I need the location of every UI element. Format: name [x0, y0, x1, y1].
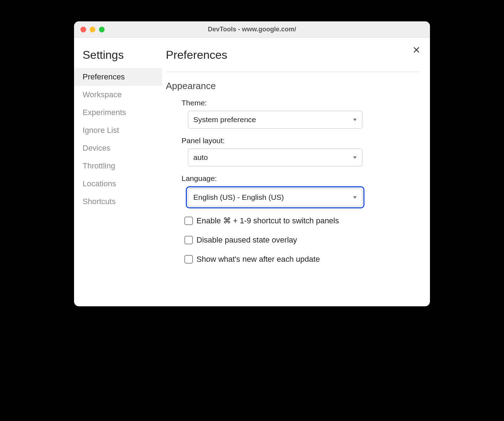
close-settings-button[interactable]	[411, 45, 421, 55]
sidebar-item-label: Locations	[83, 179, 116, 188]
language-select[interactable]: English (US) - English (US)	[188, 188, 362, 206]
sidebar-item-preferences[interactable]: Preferences	[74, 68, 162, 86]
checkbox-icon	[184, 217, 193, 225]
content-area: Settings Preferences Workspace Experimen…	[74, 38, 430, 306]
sidebar-item-label: Shortcuts	[83, 197, 116, 206]
checkbox-icon	[184, 236, 193, 244]
checkbox-show-whats-new[interactable]: Show what's new after each update	[184, 255, 416, 264]
sidebar-item-label: Experiments	[83, 108, 126, 117]
language-field: Language: English (US) - English (US)	[182, 174, 416, 208]
sidebar-item-locations[interactable]: Locations	[74, 175, 162, 193]
sidebar-item-label: Ignore List	[83, 126, 119, 135]
sidebar-item-shortcuts[interactable]: Shortcuts	[74, 193, 162, 210]
devtools-window: DevTools - www.google.com/ Settings Pref…	[74, 21, 430, 306]
main-panel: Preferences Appearance Theme: System pre…	[162, 38, 430, 306]
window-title: DevTools - www.google.com/	[74, 26, 430, 33]
titlebar: DevTools - www.google.com/	[74, 21, 430, 38]
sidebar-item-devices[interactable]: Devices	[74, 139, 162, 157]
checkbox-enable-shortcut[interactable]: Enable ⌘ + 1-9 shortcut to switch panels	[184, 216, 416, 225]
traffic-lights	[74, 27, 105, 32]
theme-select-wrap: System preference	[188, 111, 362, 129]
sidebar-item-label: Devices	[83, 144, 110, 152]
panel-layout-select-wrap: auto	[188, 149, 362, 166]
sidebar-item-workspace[interactable]: Workspace	[74, 86, 162, 104]
panel-layout-field: Panel layout: auto	[182, 136, 416, 166]
window-minimize-button[interactable]	[90, 27, 95, 32]
sidebar-item-experiments[interactable]: Experiments	[74, 104, 162, 121]
sidebar-item-label: Throttling	[83, 161, 115, 170]
theme-select-value: System preference	[193, 115, 256, 124]
checkbox-label: Show what's new after each update	[196, 255, 320, 264]
sidebar-item-ignore-list[interactable]: Ignore List	[74, 121, 162, 139]
checkbox-disable-paused-overlay[interactable]: Disable paused state overlay	[184, 235, 416, 245]
theme-label: Theme:	[182, 99, 416, 107]
window-close-button[interactable]	[80, 27, 86, 32]
checkbox-icon	[184, 255, 193, 264]
preferences-scroll[interactable]: Appearance Theme: System preference	[166, 72, 419, 305]
language-select-value: English (US) - English (US)	[193, 193, 284, 202]
checkbox-label: Enable ⌘ + 1-9 shortcut to switch panels	[196, 216, 339, 225]
panel-layout-label: Panel layout:	[182, 136, 416, 145]
close-icon	[413, 46, 420, 54]
window-maximize-button[interactable]	[99, 27, 105, 32]
scroll-spacer	[166, 274, 416, 305]
settings-sidebar: Settings Preferences Workspace Experimen…	[74, 38, 162, 306]
sidebar-title: Settings	[74, 48, 162, 68]
page-title: Preferences	[166, 48, 419, 62]
section-appearance-title: Appearance	[166, 80, 416, 92]
panel-layout-select[interactable]: auto	[188, 149, 362, 166]
checkbox-label: Disable paused state overlay	[196, 235, 297, 245]
panel-layout-select-value: auto	[193, 153, 208, 162]
language-select-wrap: English (US) - English (US)	[186, 186, 364, 208]
sidebar-item-throttling[interactable]: Throttling	[74, 157, 162, 175]
sidebar-item-label: Workspace	[83, 90, 122, 99]
theme-select[interactable]: System preference	[188, 111, 362, 129]
sidebar-item-label: Preferences	[83, 72, 125, 81]
theme-field: Theme: System preference	[182, 99, 416, 129]
language-label: Language:	[182, 174, 416, 183]
